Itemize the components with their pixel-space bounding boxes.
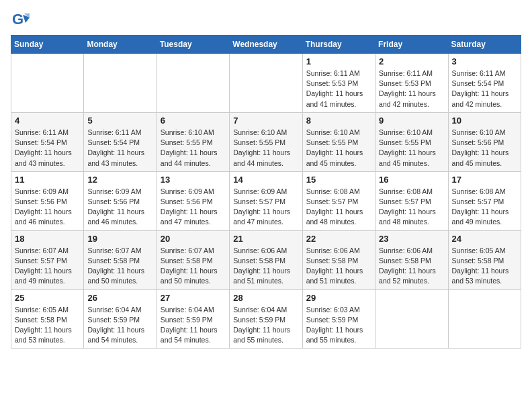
day-number: 22	[306, 234, 371, 244]
calendar-header: SundayMondayTuesdayWednesdayThursdayFrid…	[11, 36, 521, 54]
calendar-cell: 23Sunrise: 6:06 AMSunset: 5:58 PMDayligh…	[375, 230, 448, 289]
calendar-cell	[11, 54, 84, 113]
day-info: Sunrise: 6:08 AMSunset: 5:57 PMDaylight:…	[306, 187, 371, 228]
day-number: 23	[379, 234, 444, 244]
calendar-cell: 16Sunrise: 6:08 AMSunset: 5:57 PMDayligh…	[375, 171, 448, 230]
day-number: 4	[15, 116, 80, 126]
day-info: Sunrise: 6:05 AMSunset: 5:58 PMDaylight:…	[15, 305, 80, 346]
day-info: Sunrise: 6:04 AMSunset: 5:59 PMDaylight:…	[161, 305, 226, 346]
calendar-cell: 1Sunrise: 6:11 AMSunset: 5:53 PMDaylight…	[302, 54, 375, 113]
day-info: Sunrise: 6:08 AMSunset: 5:57 PMDaylight:…	[452, 187, 517, 228]
calendar-cell	[84, 54, 157, 113]
day-number: 8	[306, 116, 371, 126]
day-number: 19	[87, 234, 152, 244]
day-number: 25	[15, 293, 80, 303]
day-header-tuesday: Tuesday	[157, 36, 229, 54]
day-info: Sunrise: 6:06 AMSunset: 5:58 PMDaylight:…	[306, 246, 371, 287]
day-info: Sunrise: 6:11 AMSunset: 5:53 PMDaylight:…	[379, 68, 444, 109]
week-row-3: 11Sunrise: 6:09 AMSunset: 5:56 PMDayligh…	[11, 171, 521, 230]
day-info: Sunrise: 6:11 AMSunset: 5:54 PMDaylight:…	[87, 128, 152, 169]
day-number: 26	[87, 293, 152, 303]
day-number: 2	[379, 56, 444, 66]
day-number: 21	[233, 234, 298, 244]
day-number: 14	[233, 175, 298, 185]
calendar-cell: 27Sunrise: 6:04 AMSunset: 5:59 PMDayligh…	[157, 289, 229, 349]
day-header-friday: Friday	[375, 36, 448, 54]
svg-text:G: G	[12, 11, 24, 28]
calendar-cell: 8Sunrise: 6:10 AMSunset: 5:55 PMDaylight…	[302, 112, 375, 171]
calendar-cell	[230, 54, 302, 113]
calendar-cell: 2Sunrise: 6:11 AMSunset: 5:53 PMDaylight…	[375, 54, 448, 113]
day-info: Sunrise: 6:09 AMSunset: 5:56 PMDaylight:…	[15, 187, 80, 228]
calendar-cell	[448, 289, 521, 349]
calendar-cell: 14Sunrise: 6:09 AMSunset: 5:57 PMDayligh…	[230, 171, 302, 230]
day-info: Sunrise: 6:07 AMSunset: 5:58 PMDaylight:…	[87, 246, 152, 287]
calendar-cell: 13Sunrise: 6:09 AMSunset: 5:56 PMDayligh…	[157, 171, 229, 230]
day-number: 7	[233, 116, 298, 126]
calendar-cell: 7Sunrise: 6:10 AMSunset: 5:55 PMDaylight…	[230, 112, 302, 171]
day-info: Sunrise: 6:07 AMSunset: 5:58 PMDaylight:…	[161, 246, 226, 287]
day-number: 1	[306, 56, 371, 66]
day-info: Sunrise: 6:10 AMSunset: 5:55 PMDaylight:…	[306, 128, 371, 169]
calendar-cell: 26Sunrise: 6:04 AMSunset: 5:59 PMDayligh…	[84, 289, 157, 349]
calendar-cell: 24Sunrise: 6:05 AMSunset: 5:58 PMDayligh…	[448, 230, 521, 289]
week-row-5: 25Sunrise: 6:05 AMSunset: 5:58 PMDayligh…	[11, 289, 521, 349]
calendar-body: 1Sunrise: 6:11 AMSunset: 5:53 PMDaylight…	[11, 54, 521, 349]
day-info: Sunrise: 6:10 AMSunset: 5:55 PMDaylight:…	[233, 128, 298, 169]
day-info: Sunrise: 6:09 AMSunset: 5:56 PMDaylight:…	[87, 187, 152, 228]
header-row: SundayMondayTuesdayWednesdayThursdayFrid…	[11, 36, 521, 54]
week-row-1: 1Sunrise: 6:11 AMSunset: 5:53 PMDaylight…	[11, 54, 521, 113]
day-number: 28	[233, 293, 298, 303]
day-info: Sunrise: 6:11 AMSunset: 5:54 PMDaylight:…	[15, 128, 80, 169]
day-number: 12	[87, 175, 152, 185]
day-info: Sunrise: 6:11 AMSunset: 5:53 PMDaylight:…	[306, 68, 371, 109]
calendar-cell: 9Sunrise: 6:10 AMSunset: 5:55 PMDaylight…	[375, 112, 448, 171]
day-number: 6	[161, 116, 226, 126]
day-number: 18	[15, 234, 80, 244]
day-info: Sunrise: 6:03 AMSunset: 5:59 PMDaylight:…	[306, 305, 371, 346]
calendar-cell: 19Sunrise: 6:07 AMSunset: 5:58 PMDayligh…	[84, 230, 157, 289]
day-number: 13	[161, 175, 226, 185]
day-info: Sunrise: 6:04 AMSunset: 5:59 PMDaylight:…	[233, 305, 298, 346]
day-number: 27	[161, 293, 226, 303]
day-number: 5	[87, 116, 152, 126]
day-info: Sunrise: 6:10 AMSunset: 5:56 PMDaylight:…	[452, 128, 517, 169]
day-header-monday: Monday	[84, 36, 157, 54]
calendar-cell: 4Sunrise: 6:11 AMSunset: 5:54 PMDaylight…	[11, 112, 84, 171]
day-number: 10	[452, 116, 517, 126]
calendar-cell: 22Sunrise: 6:06 AMSunset: 5:58 PMDayligh…	[302, 230, 375, 289]
day-number: 20	[161, 234, 226, 244]
calendar-cell: 28Sunrise: 6:04 AMSunset: 5:59 PMDayligh…	[230, 289, 302, 349]
day-info: Sunrise: 6:07 AMSunset: 5:57 PMDaylight:…	[15, 246, 80, 287]
day-info: Sunrise: 6:09 AMSunset: 5:57 PMDaylight:…	[233, 187, 298, 228]
calendar-cell: 3Sunrise: 6:11 AMSunset: 5:54 PMDaylight…	[448, 54, 521, 113]
calendar-cell	[157, 54, 229, 113]
week-row-2: 4Sunrise: 6:11 AMSunset: 5:54 PMDaylight…	[11, 112, 521, 171]
day-header-wednesday: Wednesday	[230, 36, 302, 54]
calendar-cell: 10Sunrise: 6:10 AMSunset: 5:56 PMDayligh…	[448, 112, 521, 171]
day-number: 15	[306, 175, 371, 185]
calendar-table: SundayMondayTuesdayWednesdayThursdayFrid…	[11, 35, 521, 349]
calendar-cell: 11Sunrise: 6:09 AMSunset: 5:56 PMDayligh…	[11, 171, 84, 230]
calendar-cell: 20Sunrise: 6:07 AMSunset: 5:58 PMDayligh…	[157, 230, 229, 289]
day-info: Sunrise: 6:10 AMSunset: 5:55 PMDaylight:…	[161, 128, 226, 169]
calendar-cell: 25Sunrise: 6:05 AMSunset: 5:58 PMDayligh…	[11, 289, 84, 349]
day-number: 16	[379, 175, 444, 185]
day-number: 24	[452, 234, 517, 244]
week-row-4: 18Sunrise: 6:07 AMSunset: 5:57 PMDayligh…	[11, 230, 521, 289]
day-number: 17	[452, 175, 517, 185]
day-info: Sunrise: 6:05 AMSunset: 5:58 PMDaylight:…	[452, 246, 517, 287]
calendar-cell: 21Sunrise: 6:06 AMSunset: 5:58 PMDayligh…	[230, 230, 302, 289]
calendar-cell: 17Sunrise: 6:08 AMSunset: 5:57 PMDayligh…	[448, 171, 521, 230]
calendar-cell: 15Sunrise: 6:08 AMSunset: 5:57 PMDayligh…	[302, 171, 375, 230]
day-header-thursday: Thursday	[302, 36, 375, 54]
day-info: Sunrise: 6:10 AMSunset: 5:55 PMDaylight:…	[379, 128, 444, 169]
day-info: Sunrise: 6:06 AMSunset: 5:58 PMDaylight:…	[379, 246, 444, 287]
logo-icon: G	[11, 11, 30, 30]
day-number: 29	[306, 293, 371, 303]
calendar-cell: 5Sunrise: 6:11 AMSunset: 5:54 PMDaylight…	[84, 112, 157, 171]
day-info: Sunrise: 6:09 AMSunset: 5:56 PMDaylight:…	[161, 187, 226, 228]
calendar-cell	[375, 289, 448, 349]
day-number: 3	[452, 56, 517, 66]
day-number: 11	[15, 175, 80, 185]
